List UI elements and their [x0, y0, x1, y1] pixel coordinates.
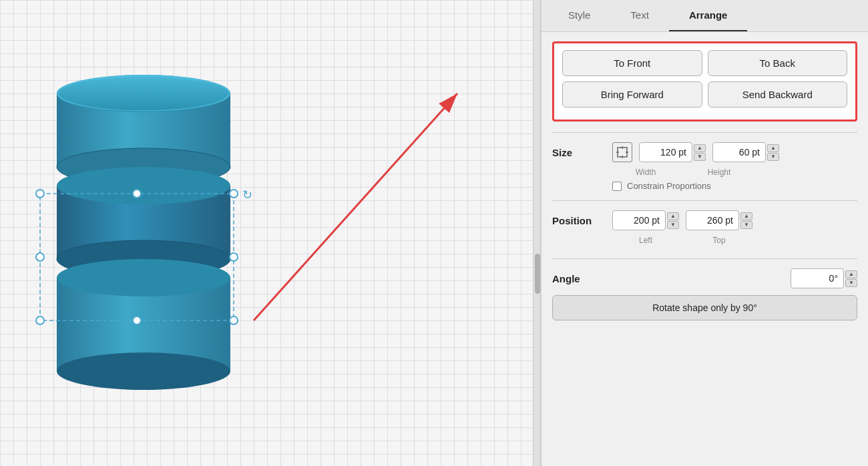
height-input[interactable] [712, 142, 766, 162]
svg-line-24 [254, 93, 457, 320]
top-spin-up[interactable]: ▲ [740, 212, 752, 220]
width-input-group: ▲ ▼ [639, 142, 706, 162]
panel-content: To Front To Back Bring Forward Send Back… [541, 32, 868, 339]
to-front-button[interactable]: To Front [562, 50, 702, 76]
tab-style[interactable]: Style [548, 0, 610, 31]
left-input[interactable] [612, 210, 666, 230]
send-backward-button[interactable]: Send Backward [708, 81, 848, 107]
left-spinner: ▲ ▼ [667, 212, 679, 229]
top-spinner: ▲ ▼ [740, 212, 752, 229]
size-section: Size ▲ ▼ [552, 132, 857, 200]
height-sub-label: Height [686, 168, 752, 177]
width-sub-label: Width [612, 168, 679, 177]
width-spin-up[interactable]: ▲ [694, 144, 706, 152]
position-sub-labels: Left Top [552, 236, 857, 245]
angle-input-group: ▲ ▼ [791, 268, 857, 288]
bring-forward-button[interactable]: Bring Forward [562, 81, 702, 107]
angle-row: Angle ▲ ▼ [552, 268, 857, 288]
top-sub-label: Top [686, 236, 752, 245]
left-sub-label: Left [612, 236, 679, 245]
tab-bar: Style Text Arrange [541, 0, 868, 32]
canvas[interactable]: ↻ [0, 0, 533, 466]
size-row: Size ▲ ▼ [552, 142, 857, 162]
order-buttons-row: To Front To Back [562, 50, 847, 76]
width-spin-down[interactable]: ▼ [694, 153, 706, 161]
angle-spin-down[interactable]: ▼ [845, 279, 857, 287]
width-spinner: ▲ ▼ [694, 144, 706, 161]
height-spin-up[interactable]: ▲ [767, 144, 779, 152]
size-icon [612, 142, 632, 162]
constrain-row: Constrain Proportions [552, 181, 857, 191]
arrow-overlay [0, 0, 533, 466]
left-spin-down[interactable]: ▼ [667, 221, 679, 229]
angle-spinner: ▲ ▼ [845, 270, 857, 287]
angle-spin-up[interactable]: ▲ [845, 270, 857, 278]
left-input-group: ▲ ▼ [612, 210, 679, 230]
order-buttons-row2: Bring Forward Send Backward [562, 81, 847, 107]
height-spin-down[interactable]: ▼ [767, 153, 779, 161]
constrain-checkbox[interactable] [612, 182, 622, 191]
size-label: Size [552, 147, 606, 158]
tab-text[interactable]: Text [610, 0, 669, 31]
size-sub-labels: Width Height [552, 168, 857, 177]
rotate-shape-button[interactable]: Rotate shape only by 90° [552, 295, 857, 320]
order-section: To Front To Back Bring Forward Send Back… [552, 41, 857, 122]
position-row: Position ▲ ▼ ▲ ▼ [552, 210, 857, 230]
top-input[interactable] [686, 210, 739, 230]
tab-arrange[interactable]: Arrange [669, 0, 748, 31]
scrollbar-thumb[interactable] [535, 254, 540, 294]
height-input-group: ▲ ▼ [712, 142, 779, 162]
right-panel: Style Text Arrange To Front To Back Brin… [541, 0, 868, 466]
svg-rect-25 [618, 148, 627, 157]
height-spinner: ▲ ▼ [767, 144, 779, 161]
top-input-group: ▲ ▼ [686, 210, 752, 230]
top-spin-down[interactable]: ▼ [740, 221, 752, 229]
scrollbar[interactable] [533, 0, 541, 466]
angle-label: Angle [552, 273, 606, 284]
angle-section: Angle ▲ ▼ Rotate shape only by 90° [552, 258, 857, 330]
constrain-label: Constrain Proportions [627, 181, 711, 191]
position-label: Position [552, 215, 606, 226]
position-section: Position ▲ ▼ ▲ ▼ Left [552, 200, 857, 258]
width-input[interactable] [639, 142, 692, 162]
to-back-button[interactable]: To Back [708, 50, 848, 76]
left-spin-up[interactable]: ▲ [667, 212, 679, 220]
angle-input[interactable] [791, 268, 844, 288]
